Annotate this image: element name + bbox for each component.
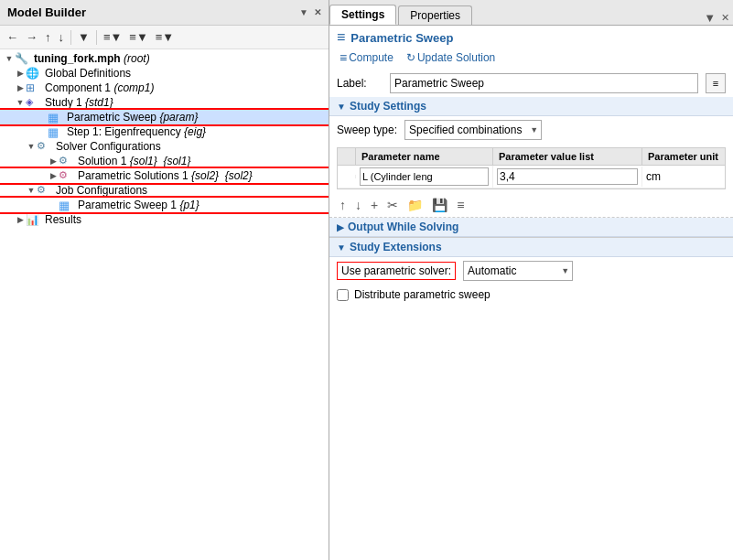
table-cell-unit: cm bbox=[642, 168, 725, 185]
tree-toolbar: ← → ↑ ↓ ▼ ≡▼ ≡▼ ≡▼ bbox=[0, 26, 329, 49]
table-col-unit: Parameter unit bbox=[642, 148, 725, 165]
tree-item-parsweep1[interactable]: ▦ Parametric Sweep 1 {p1} bbox=[0, 198, 329, 212]
tree-arrow-study1[interactable]: ▼ bbox=[15, 98, 26, 107]
compute-button[interactable]: ≡ Compute bbox=[337, 49, 396, 66]
table-folder-button[interactable]: 📁 bbox=[404, 197, 426, 213]
study-settings-header[interactable]: ▼ Study Settings bbox=[329, 97, 733, 116]
output-title: Output While Solving bbox=[348, 221, 458, 233]
minimize-icon[interactable]: ▼ bbox=[299, 7, 308, 17]
table-cell-val[interactable] bbox=[493, 167, 642, 187]
extensions-header[interactable]: ▼ Study Extensions bbox=[329, 238, 733, 257]
param-name-select[interactable]: L (Cylinder leng bbox=[360, 167, 489, 186]
tree-arrow-jobconf[interactable]: ▼ bbox=[26, 186, 37, 195]
job-conf-icon: ⚙ bbox=[37, 184, 53, 197]
distribute-label: Distribute parametric sweep bbox=[354, 288, 490, 301]
table-delete-button[interactable]: ✂ bbox=[384, 197, 401, 213]
study-settings-title: Study Settings bbox=[350, 100, 426, 113]
table-col-check bbox=[338, 148, 356, 165]
use-param-solver-label: Use parametric solver: bbox=[337, 262, 456, 280]
tree-arrow-results[interactable]: ▶ bbox=[15, 215, 26, 224]
use-param-solver-select[interactable]: Automatic On Off bbox=[463, 261, 573, 281]
right-panel: Settings Properties ▼ ✕ ≡ Parametric Swe… bbox=[329, 0, 733, 560]
extensions-title: Study Extensions bbox=[350, 241, 442, 253]
tree-item-psweep[interactable]: ▦ Parametric Sweep {param} bbox=[0, 110, 329, 124]
use-param-solver-row: Use parametric solver: Automatic On Off … bbox=[329, 257, 733, 285]
tree-arrow-global[interactable]: ▶ bbox=[15, 69, 26, 78]
table-col-name: Parameter name bbox=[356, 148, 493, 165]
tree-item-global[interactable]: ▶ 🌐 Global Definitions bbox=[0, 66, 329, 81]
sweep-type-label: Sweep type: bbox=[337, 124, 397, 136]
table-toolbar: ↑ ↓ + ✂ 📁 💾 ≡ bbox=[329, 193, 733, 217]
distribute-checkbox[interactable] bbox=[337, 289, 349, 301]
tree-item-parsol1[interactable]: ▶ ⚙ Parametric Solutions 1 {sol2} {sol2} bbox=[0, 168, 329, 183]
tree-label-sol1: Solution 1 {sol1} {sol1} bbox=[78, 155, 190, 167]
tab-properties[interactable]: Properties bbox=[398, 5, 472, 25]
update-icon: ↻ bbox=[406, 51, 415, 64]
ps-compute-toolbar: ≡ Compute ↻ Update Solution bbox=[329, 48, 733, 70]
up-button[interactable]: ↑ bbox=[42, 28, 54, 46]
tree-arrow-solverconf[interactable]: ▼ bbox=[26, 142, 37, 151]
tree-label-comp1: Component 1 (comp1) bbox=[45, 81, 154, 94]
tool-btn1[interactable]: ≡▼ bbox=[101, 28, 124, 46]
view-dropdown-button[interactable]: ▼ bbox=[75, 28, 92, 46]
tree-item-jobconf[interactable]: ▼ ⚙ Job Configurations bbox=[0, 183, 329, 198]
close-right-icon[interactable]: ✕ bbox=[721, 12, 729, 24]
tab-settings[interactable]: Settings bbox=[329, 5, 396, 25]
tree-arrow-parsol1[interactable]: ▶ bbox=[48, 171, 59, 180]
close-icon[interactable]: ✕ bbox=[314, 7, 321, 17]
sweep-icon: ▦ bbox=[48, 111, 64, 124]
sweep-type-select[interactable]: Specified combinations All combinations bbox=[404, 120, 542, 140]
solver-conf-icon: ⚙ bbox=[37, 140, 53, 153]
forward-button[interactable]: → bbox=[23, 28, 40, 46]
update-solution-button[interactable]: ↻ Update Solution bbox=[404, 50, 498, 65]
table-cell-name[interactable]: L (Cylinder leng bbox=[356, 166, 493, 188]
tree-item-sol1[interactable]: ▶ ⚙ Solution 1 {sol1} {sol1} bbox=[0, 154, 329, 168]
eig-icon: ▦ bbox=[48, 125, 64, 138]
tree-label-parsol1: Parametric Solutions 1 {sol2} {sol2} bbox=[78, 169, 253, 182]
param-value-input[interactable] bbox=[497, 168, 638, 185]
sweep-type-row: Sweep type: Specified combinations All c… bbox=[329, 116, 733, 144]
tree-label-global: Global Definitions bbox=[45, 67, 131, 80]
tree-arrow-root[interactable]: ▼ bbox=[4, 54, 15, 63]
tree-arrow-sol1[interactable]: ▶ bbox=[48, 156, 59, 166]
tree-arrow-comp1[interactable]: ▶ bbox=[15, 83, 26, 92]
content-area: ≡ Parametric Sweep ≡ Compute ↻ Update So… bbox=[329, 26, 733, 560]
tree-item-solverconf[interactable]: ▼ ⚙ Solver Configurations bbox=[0, 139, 329, 154]
parsweep1-icon: ▦ bbox=[59, 199, 75, 211]
output-section-header[interactable]: ▶ Output While Solving bbox=[329, 218, 733, 237]
tree-label-root: tuning_fork.mph (root) bbox=[34, 52, 150, 65]
pin-icon[interactable]: ▼ bbox=[704, 11, 716, 25]
table-cell-check bbox=[338, 175, 356, 178]
panel-header: Model Builder ▼ ✕ bbox=[0, 0, 329, 26]
tree-label-psweep: Parametric Sweep {param} bbox=[67, 111, 198, 124]
tree-item-study1[interactable]: ▼ ◈ Study 1 {std1} bbox=[0, 95, 329, 110]
distribute-row: Distribute parametric sweep bbox=[329, 285, 733, 305]
use-param-solver-select-wrapper: Automatic On Off ▼ bbox=[463, 261, 573, 281]
tree-label-eig: Step 1: Eigenfrequency {eig} bbox=[67, 125, 206, 138]
table-save-button[interactable]: 💾 bbox=[429, 197, 450, 213]
table-down-button[interactable]: ↓ bbox=[352, 197, 364, 213]
table-add-button[interactable]: + bbox=[368, 197, 381, 213]
back-button[interactable]: ← bbox=[4, 28, 21, 46]
tool-btn2[interactable]: ≡▼ bbox=[126, 28, 150, 46]
table-menu-button[interactable]: ≡ bbox=[454, 197, 467, 213]
tree-label-study1: Study 1 {std1} bbox=[45, 96, 113, 109]
tree-item-results[interactable]: ▶ 📊 Results bbox=[0, 212, 329, 227]
sol1-icon: ⚙ bbox=[59, 155, 75, 167]
tree-label-solverconf: Solver Configurations bbox=[56, 140, 161, 153]
label-icon-button[interactable]: ≡ bbox=[706, 73, 726, 93]
panel-title: Model Builder bbox=[7, 5, 86, 19]
table-col-val: Parameter value list bbox=[493, 148, 642, 165]
tree-item-eig[interactable]: ▦ Step 1: Eigenfrequency {eig} bbox=[0, 124, 329, 139]
table-up-button[interactable]: ↑ bbox=[337, 197, 349, 213]
table-row: L (Cylinder leng cm bbox=[338, 166, 725, 188]
tree-arrow-psweep bbox=[37, 113, 48, 122]
tree-item-comp1[interactable]: ▶ ⊞ Component 1 (comp1) bbox=[0, 81, 329, 95]
update-label: Update Solution bbox=[417, 51, 495, 64]
down-button[interactable]: ↓ bbox=[56, 28, 68, 46]
root-icon: 🔧 bbox=[15, 52, 31, 65]
study-settings-arrow: ▼ bbox=[337, 102, 346, 112]
tree-item-root[interactable]: ▼ 🔧 tuning_fork.mph (root) bbox=[0, 51, 329, 66]
label-input[interactable] bbox=[390, 73, 698, 93]
tool-btn3[interactable]: ≡▼ bbox=[153, 28, 177, 46]
